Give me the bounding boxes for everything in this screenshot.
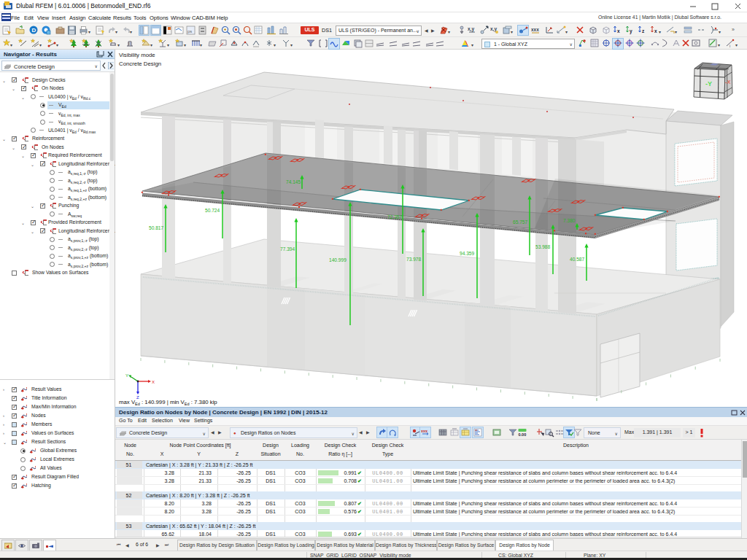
svg-text:-Y: -Y — [705, 80, 712, 88]
svg-text:max VEd : 140.999 | min VEd :: max VEd : 140.999 | min VEd : 7.380 kip — [119, 399, 217, 406]
svg-text:ps: ps — [187, 29, 192, 34]
svg-text:-X: -X — [725, 79, 731, 85]
svg-text:Concrete Design: Concrete Design — [119, 61, 161, 67]
svg-text:0.00: 0.00 — [519, 432, 527, 437]
svg-text:x,y: x,y — [468, 26, 474, 32]
svg-text:y: y — [630, 28, 632, 34]
svg-text:140.999: 140.999 — [329, 257, 347, 262]
svg-text:Y: Y — [125, 373, 128, 378]
svg-text:xxx: xxx — [421, 429, 428, 433]
svg-text:72.357: 72.357 — [387, 214, 403, 219]
svg-text:53.988: 53.988 — [535, 244, 551, 249]
svg-text:65.757: 65.757 — [513, 219, 528, 225]
svg-text:X: X — [152, 380, 155, 384]
svg-text:94.359: 94.359 — [460, 251, 475, 256]
svg-text:i: i — [729, 44, 730, 48]
svg-text:50.724: 50.724 — [205, 208, 220, 213]
svg-text:74.145: 74.145 — [286, 179, 301, 184]
svg-text:D: D — [32, 27, 36, 34]
svg-text:II: II — [128, 42, 131, 46]
svg-text:xxx: xxx — [531, 27, 539, 32]
svg-text:x: x — [617, 28, 620, 34]
svg-text:77.394: 77.394 — [280, 246, 295, 252]
svg-text:73.978: 73.978 — [406, 257, 422, 262]
svg-text:Z: Z — [136, 395, 139, 400]
svg-text:7.380: 7.380 — [563, 218, 576, 223]
svg-text:z: z — [642, 28, 645, 34]
svg-text:40.587: 40.587 — [570, 257, 585, 262]
svg-text:50.817: 50.817 — [149, 225, 164, 230]
svg-text:x: x — [654, 28, 657, 34]
svg-text:Visibility mode: Visibility mode — [119, 52, 155, 58]
